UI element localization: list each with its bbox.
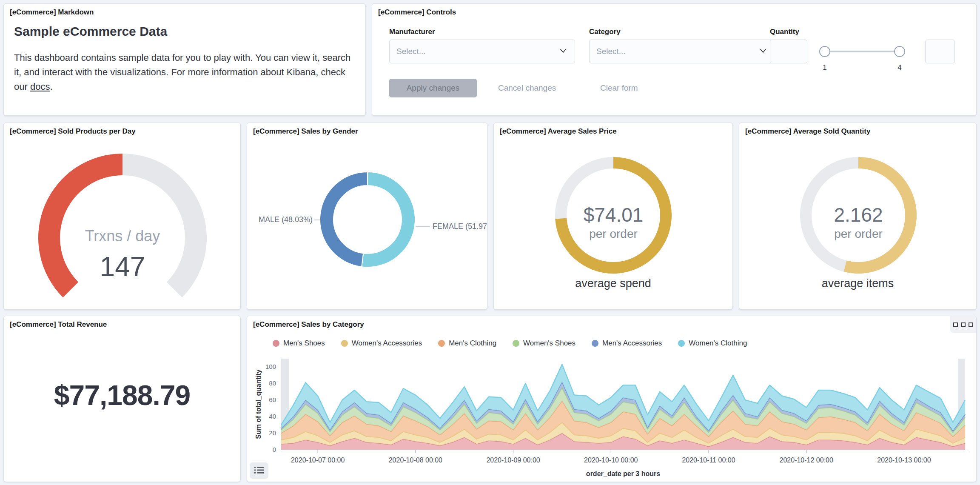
panel-title[interactable]: [eCommerce] Controls [378,8,456,17]
total-revenue-panel: [eCommerce] Total Revenue $77,188.79 [3,316,241,482]
chart-text: 2.162 [834,204,883,226]
controls-panel: [eCommerce] Controls Manufacturer Select… [372,3,977,116]
cancel-changes-button[interactable]: Cancel changes [498,79,556,97]
chart-text: 2020-10-10 00:00 [584,456,638,464]
clear-form-button[interactable]: Clear form [600,79,638,97]
chart-text: per order [834,227,883,240]
chart-text: 2020-10-11 00:00 [682,456,735,464]
legend-label: Women's Shoes [523,339,575,348]
legend-label: Men's Clothing [449,339,496,348]
chart-text: 2020-10-12 00:00 [780,456,833,464]
chart-text: 2020-10-09 00:00 [486,456,540,464]
quantity-slider-track[interactable] [825,51,900,52]
markdown-text: This dashboard contains sample data for … [14,52,350,92]
avg-qty-caption: average items [739,277,976,290]
manufacturer-select[interactable]: Select... [389,40,575,63]
legend-item[interactable]: Women's Shoes [513,339,575,348]
quantity-slider-handle-max[interactable] [894,46,905,57]
category-label: Category [589,28,621,36]
legend-dot-icon [592,340,598,347]
legend-label: Women's Accessories [352,339,422,348]
chevron-down-icon [558,46,568,57]
chart-text: 147 [100,251,145,282]
sold-products-panel: [eCommerce] Sold Products per Day Trxns … [3,123,241,310]
legend-dot-icon [678,340,685,347]
panel-title[interactable]: [eCommerce] Sales by Category [253,320,364,329]
category-select[interactable]: Select... [589,40,775,63]
panel-title[interactable]: [eCommerce] Total Revenue [10,320,107,329]
chart-svg: 0204060801002020-10-07 00:002020-10-08 0… [253,355,973,481]
legend-dot-icon [273,340,279,347]
markdown-heading: Sample eCommerce Data [14,24,167,39]
pie-slice[interactable] [320,172,368,267]
panel-options-square [953,322,958,327]
chart-legend: Men's ShoesWomen's AccessoriesMen's Clot… [273,339,763,348]
manufacturer-label: Manufacturer [389,28,435,36]
total-revenue-value: $77,188.79 [4,379,240,411]
trxns-gauge-chart[interactable]: Trxns / day147 [4,139,241,309]
quantity-min-input[interactable] [770,40,807,63]
panel-title[interactable]: [eCommerce] Markdown [10,8,94,17]
category-placeholder: Select... [596,47,626,56]
male-slice-label: MALE (48.03%) [249,215,313,224]
apply-changes-button[interactable]: Apply changes [389,79,477,97]
legend-item[interactable]: Men's Clothing [438,339,496,348]
legend-item[interactable]: Women's Accessories [341,339,422,348]
legend-dot-icon [438,340,445,347]
chart-text: 60 [269,396,276,403]
quantity-max-value: 4 [894,63,905,72]
panel-title[interactable]: [eCommerce] Sold Products per Day [10,127,136,136]
kibana-dashboard: { "panels": { "markdown": { "title": "[e… [0,0,980,485]
pie-slice[interactable] [362,172,415,267]
chart-text: $74.01 [584,204,644,226]
chevron-down-icon [758,46,768,57]
chart-text: 40 [269,413,276,420]
legend-item[interactable]: Men's Shoes [273,339,325,348]
panel-options-icon[interactable] [950,316,976,333]
markdown-text-end: . [50,81,52,92]
chart-text: 2020-10-13 00:00 [877,456,931,464]
chart-text: 2020-10-07 00:00 [291,456,345,464]
chart-text: 0 [273,446,276,453]
legend-toggle-button[interactable] [250,462,268,479]
sales-by-category-area-chart[interactable]: 0204060801002020-10-07 00:002020-10-08 0… [253,355,973,481]
chart-svg: Trxns / day147 [4,139,241,309]
quantity-max-input[interactable] [925,40,955,63]
legend-dot-icon [341,340,348,347]
docs-link[interactable]: docs [30,81,50,92]
manufacturer-placeholder: Select... [396,47,426,56]
chart-text: 20 [269,429,276,436]
legend-dot-icon [513,340,519,347]
female-slice-label: FEMALE (51.97%) [433,222,487,231]
chart-text: 100 [265,363,276,370]
x-axis-title: order_date per 3 hours [586,470,660,477]
y-axis-title: Sum of total_quantity [255,369,262,439]
avg-sales-price-panel: [eCommerce] Average Sales Price $74.01pe… [493,123,733,310]
markdown-body: This dashboard contains sample data for … [14,51,354,94]
legend-item[interactable]: Women's Clothing [678,339,747,348]
sales-by-gender-panel: [eCommerce] Sales by Gender MALE (48.03%… [247,123,487,310]
legend-label: Men's Accessories [602,339,662,348]
panel-options-square [969,322,973,327]
quantity-min-value: 1 [819,63,830,72]
quantity-label: Quantity [770,28,799,36]
quantity-slider-handle-min[interactable] [819,46,830,57]
markdown-panel: [eCommerce] Markdown Sample eCommerce Da… [3,3,366,116]
chart-text: Trxns / day [85,227,160,245]
sales-by-category-panel: [eCommerce] Sales by Category Men's Shoe… [247,316,977,482]
chart-text: 80 [269,379,276,387]
chart-text: per order [589,227,638,240]
avg-price-caption: average spend [494,277,732,290]
legend-item[interactable]: Men's Accessories [592,339,662,348]
avg-sold-quantity-panel: [eCommerce] Average Sold Quantity 2.162p… [739,123,977,310]
list-icon [254,466,264,475]
chart-text: 2020-10-08 00:00 [389,456,442,464]
legend-label: Men's Shoes [283,339,325,348]
panel-options-square [961,322,966,327]
legend-label: Women's Clothing [689,339,747,348]
